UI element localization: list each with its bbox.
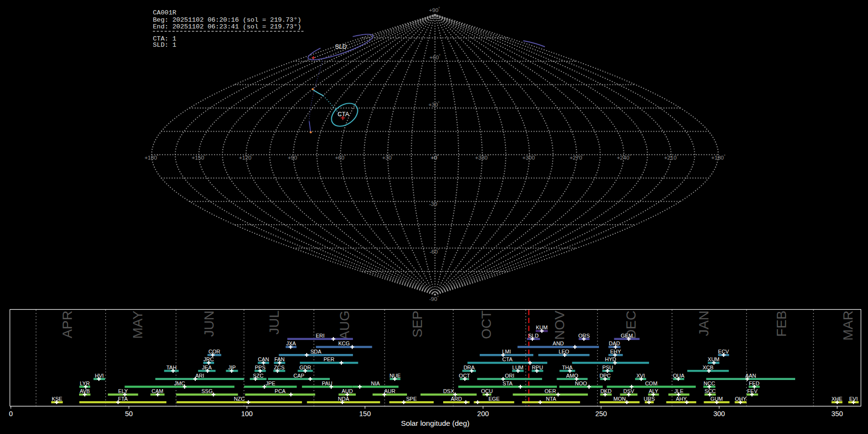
svg-text:CAM: CAM [151,388,163,394]
svg-text:SEP: SEP [410,311,425,338]
svg-text:MON: MON [613,396,626,402]
svg-text:+330°: +330° [475,154,489,161]
svg-text:250: 250 [595,410,607,418]
svg-text:+90°: +90° [288,154,299,161]
svg-text:APR: APR [60,311,75,339]
svg-text:PSU: PSU [602,365,613,370]
svg-text:HVI: HVI [95,373,104,379]
svg-text:KSE: KSE [52,396,62,402]
svg-text:DKD: DKD [600,388,611,394]
svg-text:PCA: PCA [275,388,286,394]
svg-text:350: 350 [831,410,843,418]
svg-text:JAN: JAN [696,311,711,336]
svg-text:+30°: +30° [429,101,440,108]
svg-text:JXA: JXA [286,340,297,346]
svg-text:QUA: QUA [673,373,685,379]
svg-text:SDA: SDA [311,349,322,354]
svg-text:150: 150 [359,410,371,418]
svg-text:DSX: DSX [443,388,454,394]
svg-text:FED: FED [749,380,760,386]
svg-text:DSV: DSV [623,388,634,394]
svg-text:FTA: FTA [118,396,128,402]
svg-text:EGE: EGE [488,396,500,402]
svg-text:AND: AND [553,340,564,346]
svg-text:JMC: JMC [174,380,185,386]
svg-text:NIA: NIA [371,380,380,386]
svg-text:0: 0 [9,410,13,418]
svg-text:CAP: CAP [293,373,304,379]
svg-text:+150°: +150° [192,154,206,161]
svg-text:KCG: KCG [338,340,350,346]
svg-text:ARI: ARI [195,373,204,379]
svg-text:SSG: SSG [202,388,213,394]
svg-text:OCU: OCU [481,388,493,394]
svg-text:MAY: MAY [130,311,145,339]
svg-text:JPE: JPE [266,380,275,386]
svg-text:300: 300 [713,410,725,418]
svg-text:XUM: XUM [708,356,719,362]
svg-text:TAH: TAH [166,365,176,370]
svg-text:FAN: FAN [274,356,285,362]
svg-text:ZCS: ZCS [274,365,285,370]
svg-text:HYD: HYD [605,356,616,362]
svg-text:+180°: +180° [145,154,159,161]
svg-text:MAR: MAR [841,311,855,340]
svg-text:End: 20251102 06:23:41 (sol =: End: 20251102 06:23:41 (sol = 219.73°) [153,23,301,30]
svg-text:JUL: JUL [267,311,282,335]
svg-text:PER: PER [324,356,335,362]
svg-text:GUM: GUM [710,396,723,402]
svg-text:COM: COM [645,380,658,386]
svg-text:AUR: AUR [384,388,395,394]
svg-text:AUD: AUD [341,388,353,394]
svg-text:OCT: OCT [479,311,494,339]
svg-text:ALY: ALY [649,388,659,394]
svg-text:XHE: XHE [831,396,842,402]
svg-text:Solar longitude (deg): Solar longitude (deg) [401,419,469,427]
svg-text:AVB: AVB [80,388,90,394]
svg-text:JIP: JIP [228,365,236,370]
svg-text:ARD: ARD [451,396,462,402]
svg-text:+270°: +270° [570,154,583,161]
svg-text:DAD: DAD [609,340,620,346]
svg-text:+300°: +300° [522,154,536,161]
svg-text:LUM: LUM [512,365,523,370]
svg-text:SLD: 1: SLD: 1 [153,41,176,49]
svg-text:CA001R: CA001R [153,9,176,16]
svg-text:+180°: +180° [711,154,725,161]
svg-text:SZC: SZC [253,373,263,379]
svg-text:GDR: GDR [299,365,312,370]
svg-text:FEB: FEB [774,311,789,337]
svg-text:FEV: FEV [747,388,758,394]
svg-text:ERI: ERI [316,333,325,339]
svg-text:AMO: AMO [566,373,579,379]
svg-text:NDA: NDA [338,396,350,402]
svg-text:OHY: OHY [735,396,747,402]
svg-text:+240°: +240° [617,154,631,161]
svg-text:ORI: ORI [505,373,515,379]
svg-text:LEO: LEO [558,349,569,354]
svg-text:NOV: NOV [552,311,567,340]
svg-text:50: 50 [125,410,133,418]
svg-text:GEM: GEM [621,333,633,339]
svg-text:SPE: SPE [406,396,417,402]
svg-text:XCB: XCB [703,365,714,370]
svg-text:+60°: +60° [335,154,346,161]
svg-text:COR: COR [208,349,220,354]
svg-text:ELY: ELY [118,388,128,394]
svg-text:EHY: EHY [610,349,621,354]
svg-text:LMI: LMI [502,349,511,354]
svg-text:SLD: SLD [528,333,538,339]
svg-text:AUG: AUG [337,311,352,340]
svg-text:PAU: PAU [322,380,332,386]
svg-text:100: 100 [241,410,253,418]
svg-text:ORS: ORS [578,333,590,339]
svg-text:SLD: SLD [335,43,347,50]
svg-text:OER: OER [544,388,556,394]
svg-text:URS: URS [644,396,655,402]
svg-text:SCC: SCC [705,388,716,394]
svg-text:CAN: CAN [258,356,269,362]
svg-text:XVI: XVI [637,373,645,379]
svg-text:STA: STA [502,380,513,386]
svg-text:LYR: LYR [80,380,90,386]
svg-text:NTA: NTA [546,396,556,402]
